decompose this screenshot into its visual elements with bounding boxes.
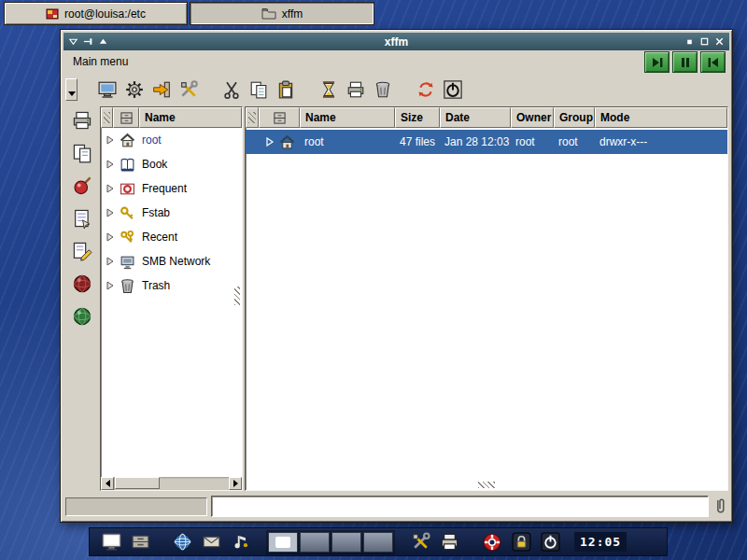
tree-item-recent[interactable]: Recent [101, 225, 242, 249]
scroll-left-button[interactable] [101, 477, 114, 490]
scrollbar-thumb[interactable] [115, 477, 160, 489]
go-button[interactable] [148, 77, 175, 103]
minimize-icon[interactable] [684, 36, 695, 47]
scissors-icon [222, 80, 241, 99]
tree-header-name[interactable]: Name [139, 107, 242, 128]
row-mode: drwxr-x--- [595, 135, 727, 148]
web-launcher[interactable] [173, 532, 192, 552]
pane-resize-grip[interactable] [234, 287, 240, 305]
titlebar[interactable]: xffm [63, 33, 729, 50]
tree-header-icon-cell[interactable] [113, 107, 139, 128]
expander-icon[interactable] [106, 257, 115, 266]
copy-icon [72, 143, 92, 163]
tree-item-fstab[interactable]: Fstab [101, 201, 242, 225]
print-launcher[interactable] [440, 532, 459, 552]
menu-icon[interactable] [68, 36, 78, 47]
media-launcher[interactable] [231, 532, 250, 552]
scroll-right-button[interactable] [229, 477, 242, 490]
scrollbar-track[interactable] [114, 477, 229, 490]
list-header-size[interactable]: Size [395, 107, 440, 128]
taskbar-button-xffm[interactable]: xffm [190, 2, 374, 25]
tree-item-smb-network[interactable]: SMB Network [101, 249, 242, 273]
list-header-gutter[interactable] [246, 107, 259, 128]
tree-item-book[interactable]: Book [101, 152, 242, 176]
side-copy-button[interactable] [72, 143, 92, 163]
tree-horizontal-scrollbar[interactable] [101, 477, 242, 490]
expander-icon[interactable] [265, 137, 275, 147]
tree-item-label: Recent [142, 231, 177, 244]
side-globe-green-button[interactable] [72, 306, 92, 327]
expander-icon[interactable] [106, 184, 115, 193]
list-header-icon-cell[interactable] [259, 107, 300, 128]
workspace-3[interactable] [331, 532, 361, 553]
side-toolbar [66, 110, 97, 327]
maximize-icon[interactable] [699, 36, 710, 47]
paperclip-icon[interactable] [713, 497, 727, 515]
table-row-root-selected[interactable]: root 47 files Jan 28 12:03 root root drw… [246, 130, 727, 154]
tools-icon [411, 532, 430, 552]
drawer-launcher[interactable] [131, 532, 150, 552]
printer-icon [440, 532, 459, 552]
expander-icon[interactable] [106, 160, 115, 169]
side-edit-button[interactable] [72, 241, 92, 261]
paint-icon [72, 175, 92, 196]
hourglass-button[interactable] [315, 77, 342, 103]
copy-icon [249, 80, 268, 99]
list-header-mode[interactable]: Mode [595, 107, 727, 128]
list-header-date[interactable]: Date [440, 107, 511, 128]
tree-item-trash[interactable]: Trash [101, 273, 242, 298]
desktop-button[interactable] [93, 77, 120, 103]
tree-item-label: Fstab [142, 206, 170, 219]
workspace-2[interactable] [300, 532, 330, 553]
workspace-1-active[interactable] [268, 532, 298, 553]
home-icon [120, 133, 135, 148]
reload-button[interactable] [412, 77, 439, 103]
skip-back-icon [707, 57, 720, 68]
main-menu-item[interactable]: Main menu [64, 53, 136, 70]
tree-header: Name [101, 107, 242, 128]
settings-launcher[interactable] [411, 532, 430, 552]
toolbar-combo-button[interactable] [65, 78, 78, 101]
skip-back-button[interactable] [700, 51, 726, 73]
trash-button[interactable] [369, 77, 396, 103]
tools-button[interactable] [175, 77, 202, 103]
mail-launcher[interactable] [202, 532, 221, 552]
side-print-button[interactable] [72, 110, 92, 131]
list-header-name[interactable]: Name [300, 107, 395, 128]
copy-button[interactable] [245, 77, 272, 103]
print-button[interactable] [342, 77, 369, 103]
power-button[interactable] [439, 77, 466, 103]
list-header-owner[interactable]: Owner [511, 107, 554, 128]
list-header-group[interactable]: Group [554, 107, 595, 128]
lock-launcher[interactable] [512, 532, 531, 552]
terminal-launcher[interactable] [102, 532, 121, 552]
expander-icon[interactable] [106, 135, 115, 145]
expander-icon[interactable] [106, 208, 115, 217]
close-icon[interactable] [714, 36, 725, 47]
tree-item-frequent[interactable]: Frequent [101, 176, 242, 201]
paste-button[interactable] [272, 77, 299, 103]
pane-resize-grip[interactable] [478, 482, 495, 488]
tree-item-root[interactable]: root [101, 128, 242, 152]
side-note-button[interactable] [72, 208, 92, 229]
row-size: 47 files [395, 135, 440, 148]
cut-button[interactable] [218, 77, 245, 103]
taskbar-button-terminal[interactable]: root@louisa:/etc [4, 2, 188, 25]
expander-icon[interactable] [106, 281, 115, 290]
settings-button[interactable] [120, 77, 148, 103]
shade-icon[interactable] [98, 36, 108, 47]
pause-button[interactable] [672, 51, 698, 73]
path-entry[interactable] [211, 496, 709, 517]
help-launcher[interactable] [482, 532, 502, 553]
skip-forward-button[interactable] [644, 51, 669, 73]
workspace-4[interactable] [363, 532, 393, 553]
expander-icon[interactable] [106, 232, 115, 242]
side-globe-red-button[interactable] [72, 273, 92, 294]
stick-icon[interactable] [83, 36, 93, 47]
go-arrow-icon [152, 80, 171, 99]
tree-header-gutter[interactable] [101, 107, 113, 128]
power-icon [541, 532, 560, 552]
power-launcher[interactable] [541, 532, 560, 552]
terminal-app-icon [46, 7, 59, 21]
side-paint-button[interactable] [72, 175, 92, 196]
